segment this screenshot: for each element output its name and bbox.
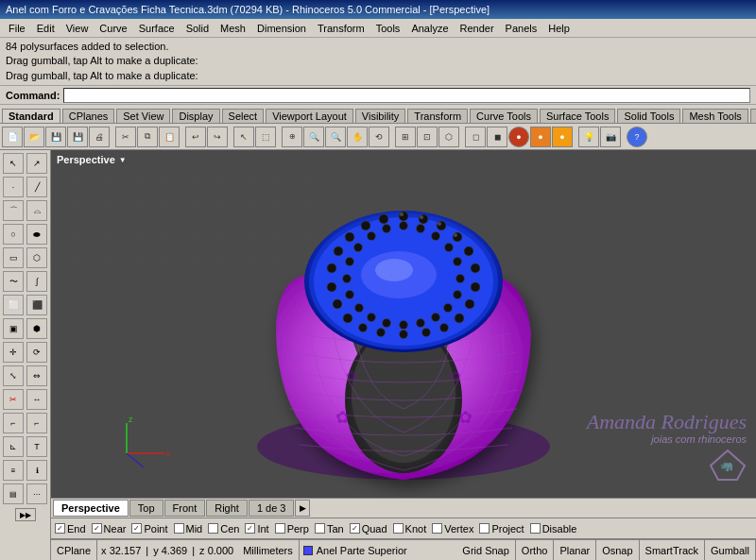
- menu-mesh[interactable]: Mesh: [215, 22, 250, 35]
- vp-tab-page[interactable]: 1 de 3: [249, 500, 295, 517]
- lt-circle[interactable]: ○: [3, 224, 24, 245]
- tb-help[interactable]: ?: [627, 127, 647, 147]
- osnap-perp-cb[interactable]: [275, 523, 285, 534]
- menu-solid[interactable]: Solid: [181, 22, 214, 35]
- vp-tab-right[interactable]: Right: [206, 500, 248, 517]
- lt-more1[interactable]: ▤: [3, 484, 24, 504]
- lt-move[interactable]: ✛: [3, 342, 24, 363]
- osnap-int-cb[interactable]: [245, 523, 255, 534]
- tb-wire[interactable]: ◻: [465, 127, 486, 147]
- osnap-vertex-cb[interactable]: [432, 523, 442, 534]
- lt-spline[interactable]: ∫: [26, 271, 47, 292]
- lt-box[interactable]: ⬢: [26, 318, 47, 339]
- vp-tab-top[interactable]: Top: [129, 500, 163, 517]
- menu-surface[interactable]: Surface: [134, 22, 180, 35]
- tb-lights[interactable]: 💡: [578, 127, 599, 147]
- planar-btn[interactable]: Planar: [554, 540, 596, 560]
- vp-tab-perspective[interactable]: Perspective: [53, 500, 129, 517]
- tb-save[interactable]: 💾: [45, 127, 66, 147]
- cplane-indicator[interactable]: CPlane: [51, 540, 97, 560]
- lt-rotate-tool[interactable]: ⟳: [26, 342, 47, 363]
- osnap-disable-cb[interactable]: [530, 523, 541, 534]
- lt-expand[interactable]: ▶▶: [2, 508, 48, 521]
- lt-polygon[interactable]: ⬡: [26, 247, 47, 268]
- menu-analyze[interactable]: Analyze: [406, 22, 453, 35]
- osnap-quad-cb[interactable]: [350, 523, 360, 534]
- menu-transform[interactable]: Transform: [313, 22, 369, 35]
- tb-grid[interactable]: ⊞: [395, 127, 416, 147]
- tab-standard[interactable]: Standard: [2, 109, 60, 123]
- tb-copy[interactable]: ⧉: [137, 127, 158, 147]
- tab-render-tools[interactable]: Render Tools: [750, 109, 756, 123]
- tab-setview[interactable]: Set View: [116, 109, 170, 123]
- osnap-near-cb[interactable]: [92, 523, 102, 534]
- tb-save2[interactable]: 💾: [67, 127, 88, 147]
- lt-text[interactable]: T: [26, 436, 47, 457]
- osnap-knot-cb[interactable]: [393, 523, 404, 534]
- menu-curve[interactable]: Curve: [94, 22, 131, 35]
- tab-solid-tools[interactable]: Solid Tools: [617, 109, 680, 123]
- viewport-3d[interactable]: Perspective ▼: [51, 150, 756, 498]
- tb-open[interactable]: 📂: [24, 127, 44, 147]
- menu-tools[interactable]: Tools: [371, 22, 405, 35]
- grid-snap-btn[interactable]: Grid Snap: [456, 540, 516, 560]
- tb-camera[interactable]: 📷: [600, 127, 621, 147]
- lt-select2[interactable]: ↗: [26, 153, 47, 174]
- command-input[interactable]: [63, 88, 750, 103]
- lt-arc[interactable]: ⌓: [26, 200, 47, 221]
- lt-ellipse[interactable]: ⬬: [26, 224, 47, 245]
- lt-rect[interactable]: ▭: [3, 247, 24, 268]
- tb-render3[interactable]: ●: [552, 127, 573, 147]
- tb-shade[interactable]: ◼: [487, 127, 507, 147]
- lt-layer[interactable]: ≡: [3, 460, 24, 481]
- tb-zoom-out[interactable]: 🔍: [325, 127, 346, 147]
- lt-surface2[interactable]: ⬛: [26, 295, 47, 315]
- lt-select-arrow[interactable]: ↖: [3, 153, 24, 174]
- tb-pan[interactable]: ✋: [347, 127, 368, 147]
- tb-cut[interactable]: ✂: [115, 127, 136, 147]
- tb-zoom-ext[interactable]: ⊕: [282, 127, 302, 147]
- tab-viewport-layout[interactable]: Viewport Layout: [266, 109, 353, 123]
- tb-select2[interactable]: ⬚: [255, 127, 276, 147]
- tb-snap[interactable]: ⊡: [417, 127, 438, 147]
- tb-persp[interactable]: ⬡: [438, 127, 459, 147]
- gumball-btn[interactable]: Gumball: [705, 540, 756, 560]
- tab-mesh-tools[interactable]: Mesh Tools: [682, 109, 747, 123]
- tab-display[interactable]: Display: [172, 109, 219, 123]
- tb-new[interactable]: 📄: [2, 127, 23, 147]
- units-item[interactable]: Millimeters: [237, 540, 300, 560]
- lt-line[interactable]: ╱: [26, 177, 47, 197]
- tb-undo[interactable]: ↩: [185, 127, 206, 147]
- lt-freeform[interactable]: 〜: [3, 271, 24, 292]
- lt-props[interactable]: ℹ: [26, 460, 47, 481]
- lt-trim[interactable]: ✂: [3, 389, 24, 410]
- lt-chamfer[interactable]: ⌐: [26, 413, 47, 433]
- menu-view[interactable]: View: [61, 22, 94, 35]
- vp-arrow[interactable]: ▶: [295, 500, 310, 517]
- tb-render2[interactable]: ●: [530, 127, 551, 147]
- tb-rotate[interactable]: ⟲: [369, 127, 389, 147]
- lt-more2[interactable]: ⋯: [26, 484, 47, 504]
- viewport-arrow[interactable]: ▼: [119, 156, 127, 164]
- osnap-mid-cb[interactable]: [174, 523, 184, 534]
- lt-mirror[interactable]: ⇔: [26, 365, 47, 386]
- osnap-end-cb[interactable]: [55, 523, 65, 534]
- menu-render[interactable]: Render: [455, 22, 499, 35]
- tb-redo[interactable]: ↪: [207, 127, 228, 147]
- tab-surface-tools[interactable]: Surface Tools: [540, 109, 615, 123]
- tb-print[interactable]: 🖨: [89, 127, 110, 147]
- tab-cplanes[interactable]: CPlanes: [62, 109, 115, 123]
- tab-transform[interactable]: Transform: [407, 109, 468, 123]
- tb-select[interactable]: ↖: [233, 127, 254, 147]
- menu-file[interactable]: File: [4, 22, 30, 35]
- smarttrack-btn[interactable]: SmartTrack: [640, 540, 705, 560]
- menu-dimension[interactable]: Dimension: [252, 22, 311, 35]
- osnap-point-cb[interactable]: [131, 523, 142, 534]
- tab-curve-tools[interactable]: Curve Tools: [470, 109, 538, 123]
- lt-curve[interactable]: ⌒: [3, 200, 24, 221]
- osnap-btn[interactable]: Osnap: [596, 540, 639, 560]
- ortho-btn[interactable]: Ortho: [516, 540, 555, 560]
- tab-select[interactable]: Select: [222, 109, 265, 123]
- vp-tab-front[interactable]: Front: [164, 500, 206, 517]
- lt-surface[interactable]: ⬜: [3, 295, 24, 315]
